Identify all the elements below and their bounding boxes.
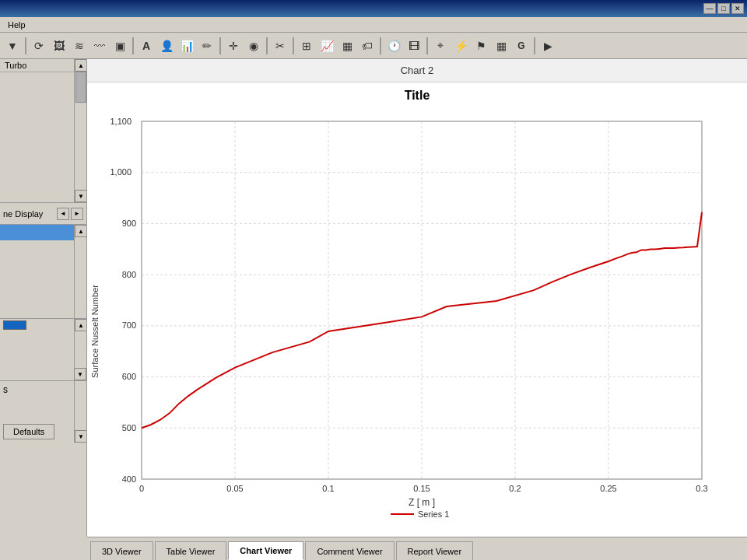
panel-bottom-scrollbar[interactable]: ▼: [74, 381, 86, 443]
scissors-icon[interactable]: ✂: [271, 37, 289, 55]
scene-icon[interactable]: 🖼: [50, 37, 68, 55]
toolbar-sep-5: [293, 37, 294, 54]
tab-chart-viewer[interactable]: Chart Viewer: [228, 541, 303, 560]
y-tick-800: 800: [122, 270, 136, 279]
x-tick-005: 0.05: [226, 484, 243, 493]
flag-icon[interactable]: ⚑: [472, 37, 490, 55]
scene-nav-next[interactable]: ►: [71, 208, 83, 220]
y-tick-500: 500: [122, 423, 136, 432]
close-button[interactable]: ✕: [731, 3, 744, 14]
chart-tab-title: Chart 2: [87, 59, 747, 82]
chart-main-title: Title: [87, 82, 747, 106]
text-icon[interactable]: A: [137, 37, 156, 55]
table-icon[interactable]: ▦: [338, 37, 356, 55]
x-axis-label: Z [ m ]: [409, 497, 435, 508]
y-tick-900: 900: [122, 219, 136, 228]
scene-nav-prev[interactable]: ◄: [57, 208, 69, 220]
film-icon[interactable]: 🎞: [405, 37, 423, 55]
x-tick-02: 0.2: [509, 484, 521, 493]
legend-scroll-down[interactable]: ▼: [74, 368, 86, 380]
pencil-icon[interactable]: ✏: [198, 37, 216, 55]
list-scroll-up[interactable]: ▲: [75, 225, 86, 237]
toolbar-sep-1: [25, 37, 26, 54]
tag-icon[interactable]: 🏷: [358, 37, 377, 55]
lightning-icon[interactable]: ⚡: [451, 37, 470, 55]
x-tick-01: 0.1: [322, 484, 334, 493]
panel-top-section: Turbo ▲ ▼: [0, 59, 86, 203]
dropdown-btn[interactable]: ▼: [3, 37, 22, 55]
y-tick-700: 700: [122, 320, 136, 330]
crosshair-icon[interactable]: ✛: [224, 37, 243, 55]
legend-text: Series 1: [418, 509, 449, 518]
scroll-thumb[interactable]: [75, 72, 86, 103]
menu-item-help[interactable]: Help: [3, 19, 30, 31]
maximize-button[interactable]: □: [717, 3, 730, 14]
toolbar-sep-4: [266, 37, 268, 54]
bars-icon[interactable]: ▦: [492, 37, 510, 55]
box-icon[interactable]: ▣: [110, 37, 129, 55]
chart-svg: Surface Nusselt Number: [87, 106, 725, 518]
minimize-button[interactable]: —: [703, 3, 716, 14]
tab-report-viewer[interactable]: Report Viewer: [396, 541, 474, 560]
person-icon[interactable]: 👤: [157, 37, 176, 55]
panel-bottom: ▼ s Defaults: [0, 380, 86, 443]
circle-icon[interactable]: ◉: [244, 37, 263, 55]
chart-area: Chart 2 Title Surface Nusselt Number: [87, 59, 747, 537]
tab-table-viewer[interactable]: Table Viewer: [155, 541, 227, 560]
x-tick-015: 0.15: [413, 484, 430, 493]
y-tick-600: 600: [122, 372, 136, 381]
legend-scroll-up[interactable]: ▲: [75, 319, 86, 331]
y-tick-400: 400: [122, 474, 136, 484]
y-tick-1100: 1,100: [110, 117, 132, 126]
graph-icon[interactable]: 📈: [317, 37, 336, 55]
scene-display-label: ne Display: [3, 209, 55, 219]
toolbar-sep-7: [426, 37, 428, 54]
title-bar: — □ ✕: [0, 0, 747, 17]
legend-color-blue: [3, 320, 26, 330]
scene-display-header: ne Display ◄ ►: [0, 203, 86, 225]
grid-icon[interactable]: ⊞: [297, 37, 316, 55]
letter-g-icon[interactable]: G: [512, 37, 531, 55]
y-axis-label: Surface Nusselt Number: [90, 285, 100, 378]
scroll-up-btn[interactable]: ▲: [75, 59, 86, 72]
legend-section: ▲ ▼: [0, 318, 86, 380]
panel-scrollbar-top[interactable]: ▲ ▼: [74, 59, 86, 202]
clock-icon[interactable]: 🕐: [384, 37, 403, 55]
tab-3d-viewer[interactable]: 3D Viewer: [90, 541, 153, 560]
rotate-icon[interactable]: ⟳: [30, 37, 48, 55]
defaults-button[interactable]: Defaults: [3, 424, 54, 439]
tab-comment-viewer[interactable]: Comment Viewer: [305, 541, 394, 560]
toolbar-sep-8: [534, 37, 535, 54]
chart-container: Title Surface Nusselt Number: [87, 82, 747, 513]
x-tick-03: 0.3: [696, 484, 707, 493]
bottom-tabs: 3D Viewer Table Viewer Chart Viewer Comm…: [87, 537, 747, 560]
scroll-down-btn[interactable]: ▼: [75, 190, 86, 202]
toolbar-sep-3: [219, 37, 221, 54]
toolbar: ▼ ⟳ 🖼 ≋ 〰 ▣ A 👤 📊 ✏ ✛ ◉ ✂ ⊞ 📈 ▦ 🏷 🕐 🎞 ⌖ …: [0, 33, 747, 59]
play-icon[interactable]: ▶: [538, 37, 557, 55]
probe-icon[interactable]: ⌖: [431, 37, 450, 55]
x-tick-025: 0.25: [600, 484, 616, 493]
left-panel: Turbo ▲ ▼ ne Display ◄ ► ▲ ▲ ▼ ▼: [0, 59, 87, 537]
layers-icon[interactable]: ≋: [70, 37, 89, 55]
toolbar-sep-6: [380, 37, 381, 54]
defaults-button-wrapper: Defaults: [3, 424, 54, 439]
scene-list-scrollbar[interactable]: ▲: [74, 225, 86, 318]
toolbar-sep-2: [132, 37, 134, 54]
wave-icon[interactable]: 〰: [90, 37, 109, 55]
window-controls: — □ ✕: [703, 3, 744, 14]
chart-icon[interactable]: 📊: [177, 37, 196, 55]
x-tick-0: 0: [139, 484, 144, 493]
scene-list: ▲: [0, 225, 86, 318]
legend-scrollbar-down: ▼: [74, 368, 86, 380]
bottom-scroll-down[interactable]: ▼: [75, 430, 87, 443]
menu-bar: Help: [0, 17, 747, 33]
y-tick-1000: 1,000: [110, 167, 132, 177]
